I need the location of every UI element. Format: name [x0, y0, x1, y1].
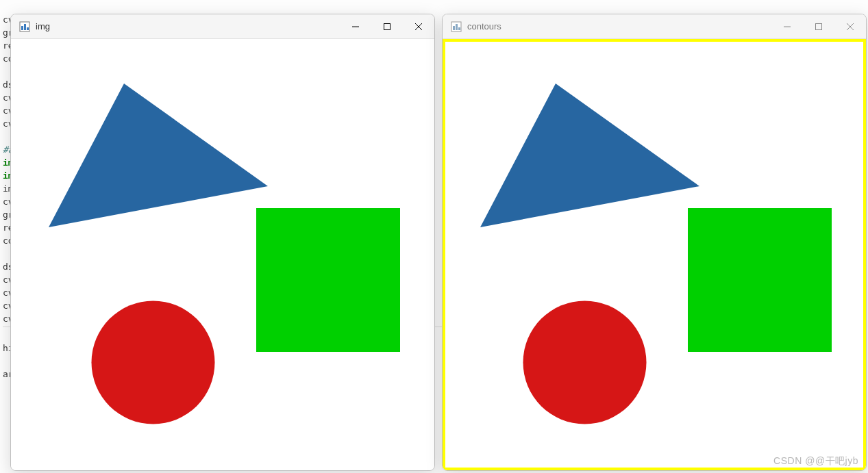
- triangle-shape: [49, 84, 268, 227]
- window-controls: [771, 14, 866, 38]
- window-controls: [340, 14, 434, 38]
- square-shape: [688, 208, 832, 352]
- square-shape: [256, 208, 400, 352]
- minimize-button[interactable]: [340, 14, 371, 38]
- svg-rect-3: [27, 27, 29, 30]
- svg-rect-13: [456, 24, 458, 30]
- titlebar[interactable]: contours: [443, 14, 866, 39]
- svg-marker-8: [49, 84, 268, 227]
- svg-rect-16: [816, 23, 822, 29]
- window-title: contours: [467, 21, 501, 31]
- maximize-button[interactable]: [371, 14, 403, 38]
- app-icon: [19, 21, 30, 32]
- svg-point-21: [523, 301, 647, 424]
- close-button[interactable]: [403, 14, 434, 38]
- window-title: img: [36, 21, 50, 31]
- window-contours: contours: [442, 14, 867, 471]
- app-icon: [451, 21, 462, 32]
- watermark: CSDN @@干吧jyb: [773, 455, 858, 468]
- image-canvas: [443, 39, 866, 470]
- triangle-shape: [480, 84, 699, 227]
- svg-rect-9: [256, 208, 400, 352]
- circle-shape: [521, 299, 648, 426]
- image-canvas: [11, 39, 434, 470]
- svg-marker-19: [480, 84, 699, 227]
- circle-shape: [90, 299, 216, 426]
- window-img: img: [10, 14, 435, 471]
- svg-rect-20: [688, 208, 832, 352]
- svg-rect-14: [458, 27, 460, 30]
- minimize-button[interactable]: [771, 14, 803, 38]
- close-button[interactable]: [834, 14, 866, 38]
- titlebar[interactable]: img: [11, 14, 434, 39]
- svg-rect-2: [24, 24, 26, 30]
- svg-rect-1: [21, 26, 23, 30]
- svg-rect-12: [453, 26, 455, 30]
- maximize-button[interactable]: [803, 14, 834, 38]
- svg-point-10: [92, 301, 215, 424]
- svg-rect-5: [384, 23, 390, 29]
